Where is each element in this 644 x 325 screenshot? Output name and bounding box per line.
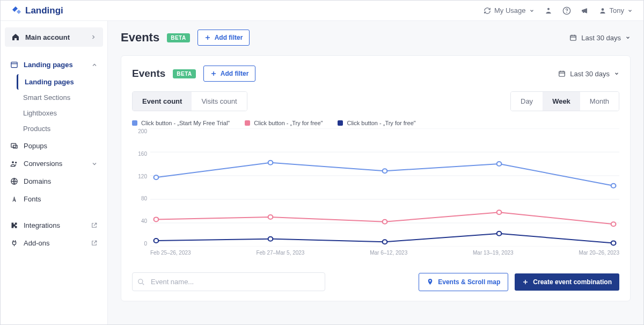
people-icon <box>10 160 18 168</box>
calendar-icon <box>558 70 566 77</box>
chart-legend: Click button - „Start My Free Trial"Clic… <box>132 120 619 126</box>
sidebar-sub-label: Smart Sections <box>23 93 70 102</box>
date-range-label: Last 30 days <box>581 34 621 42</box>
events-card: Events BETA Add filter Last 30 days Even… <box>121 55 631 301</box>
megaphone-icon[interactable] <box>581 6 589 15</box>
button-label: Create event combination <box>533 278 612 286</box>
tab-label: Week <box>552 97 570 105</box>
legend-label: Click button - „Start My Free Trial" <box>141 120 230 126</box>
legend-item[interactable]: Click button - „Try for free" <box>245 120 323 126</box>
people-icon[interactable] <box>544 6 553 15</box>
pin-icon <box>427 278 434 285</box>
tab-day[interactable]: Day <box>511 92 543 111</box>
y-axis: 20016012080400 <box>132 128 150 247</box>
sidebar-item-integrations[interactable]: Integrations <box>5 217 103 234</box>
tab-label: Visits count <box>201 97 237 105</box>
sidebar-sub-lightboxes[interactable]: Lightboxes <box>18 105 103 121</box>
sidebar-item-landing-pages[interactable]: Landing pages <box>5 56 103 73</box>
brand-name: Landingi <box>25 5 63 16</box>
chevron-down-icon <box>91 161 98 167</box>
card-title: Events <box>132 68 165 80</box>
page-header: Events BETA Add filter Last 30 days <box>121 30 631 46</box>
puzzle-icon <box>10 221 18 229</box>
plus-icon <box>204 34 211 41</box>
sidebar-item-label: Domains <box>24 177 51 185</box>
svg-point-22 <box>611 184 616 188</box>
sidebar-item-label: Landing pages <box>24 61 73 69</box>
brand-icon <box>11 5 22 16</box>
legend-label: Click button - „Try for free" <box>347 120 415 126</box>
tab-visits-count[interactable]: Visits count <box>192 92 246 111</box>
tab-label: Event count <box>142 97 182 105</box>
legend-label: Click button - „Try for free" <box>254 120 323 126</box>
svg-point-20 <box>383 169 387 173</box>
chart: 20016012080400 Feb 25–26, 2023Feb 27–Mar… <box>132 128 619 263</box>
granularity-tabs: Day Week Month <box>510 91 619 111</box>
plus-icon <box>210 70 217 77</box>
account-switcher[interactable]: Main account <box>5 27 103 47</box>
svg-point-32 <box>611 241 616 245</box>
user-menu[interactable]: Tony <box>599 6 633 15</box>
card-header: Events BETA Add filter Last 30 days <box>132 66 619 82</box>
sidebar-item-addons[interactable]: Add-ons <box>5 235 103 251</box>
my-usage-menu[interactable]: My Usage <box>484 6 535 15</box>
event-search-input[interactable] <box>132 272 325 291</box>
svg-rect-10 <box>570 35 576 40</box>
tab-event-count[interactable]: Event count <box>133 92 192 111</box>
plus-icon <box>522 279 529 285</box>
svg-point-7 <box>12 161 14 163</box>
tab-label: Month <box>590 97 609 105</box>
legend-swatch <box>245 120 250 126</box>
sidebar-sub-landing-pages[interactable]: Landing pages <box>17 74 103 90</box>
sidebar-item-label: Popups <box>24 142 47 150</box>
beta-badge: BETA <box>167 33 189 42</box>
chevron-down-icon <box>625 35 631 40</box>
sidebar-item-conversions[interactable]: Conversions <box>5 155 103 172</box>
font-icon <box>10 195 18 203</box>
tab-label: Day <box>521 97 533 105</box>
legend-swatch <box>338 120 343 126</box>
legend-item[interactable]: Click button - „Try for free" <box>338 120 415 126</box>
plug-icon <box>10 239 18 247</box>
chevron-up-icon <box>91 62 98 68</box>
tab-month[interactable]: Month <box>580 92 619 111</box>
add-filter-button-inner[interactable]: Add filter <box>203 66 256 82</box>
sidebar-item-popups[interactable]: Popups <box>5 138 103 154</box>
event-search <box>132 272 325 291</box>
sidebar-item-fonts[interactable]: Fonts <box>5 191 103 207</box>
help-icon[interactable] <box>562 6 571 15</box>
add-filter-label: Add filter <box>215 34 243 41</box>
svg-point-30 <box>383 240 387 244</box>
sidebar-item-domains[interactable]: Domains <box>5 173 103 190</box>
sidebar-sub-label: Products <box>23 125 50 133</box>
svg-point-28 <box>154 239 159 243</box>
svg-point-25 <box>383 220 387 224</box>
sidebar: Main account Landing pages Landing pages… <box>1 21 108 324</box>
svg-point-3 <box>601 8 604 11</box>
sidebar-item-label: Fonts <box>24 195 41 203</box>
svg-point-27 <box>611 222 616 226</box>
chevron-down-icon <box>627 8 633 13</box>
date-range-picker-inner[interactable]: Last 30 days <box>558 70 619 78</box>
sidebar-nav: Landing pages Landing pages Smart Sectio… <box>5 56 103 251</box>
svg-rect-4 <box>11 62 17 68</box>
card-footer: Events & Scroll map Create event combina… <box>132 272 619 291</box>
brand-logo[interactable]: Landingi <box>11 5 63 16</box>
svg-point-29 <box>268 237 273 241</box>
tab-week[interactable]: Week <box>543 92 580 111</box>
my-usage-label: My Usage <box>494 6 526 15</box>
sidebar-sub-smart-sections[interactable]: Smart Sections <box>18 90 103 105</box>
events-scroll-map-button[interactable]: Events & Scroll map <box>419 273 508 291</box>
create-combination-button[interactable]: Create event combination <box>515 273 619 291</box>
external-link-icon <box>91 222 98 229</box>
svg-point-19 <box>268 161 273 165</box>
svg-point-18 <box>154 175 159 179</box>
popup-icon <box>10 142 18 150</box>
user-icon <box>599 7 606 15</box>
search-icon <box>137 278 145 286</box>
chevron-down-icon <box>614 71 619 76</box>
add-filter-button[interactable]: Add filter <box>197 30 250 46</box>
legend-item[interactable]: Click button - „Start My Free Trial" <box>132 120 230 126</box>
sidebar-sub-products[interactable]: Products <box>18 121 103 136</box>
date-range-picker[interactable]: Last 30 days <box>569 34 631 42</box>
